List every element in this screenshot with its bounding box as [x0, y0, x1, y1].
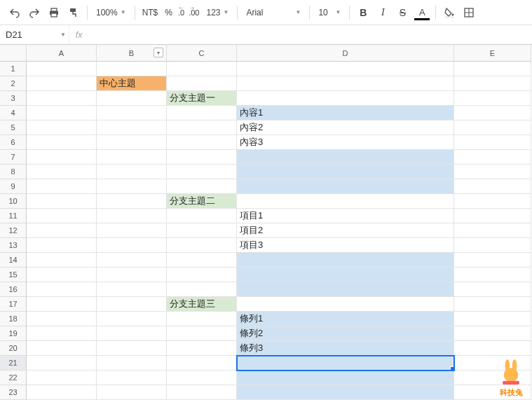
cell-D11[interactable]: 項目1	[237, 209, 454, 223]
cell-E17[interactable]	[454, 297, 531, 312]
increase-decimal-button[interactable]: .00→	[187, 4, 200, 22]
cell-E1[interactable]	[454, 62, 531, 76]
cell-D10[interactable]	[237, 194, 454, 209]
cell-C2[interactable]	[167, 76, 237, 91]
text-color-button[interactable]: A	[413, 4, 431, 22]
column-header-E[interactable]: E	[454, 45, 531, 62]
cell-B9[interactable]	[97, 179, 167, 194]
row-header[interactable]: 13	[0, 238, 27, 253]
cell-C11[interactable]	[167, 209, 237, 223]
cell-B7[interactable]	[97, 150, 167, 165]
cell-B5[interactable]	[97, 120, 167, 135]
row-header[interactable]: 5	[0, 120, 27, 135]
column-header-C[interactable]: C	[167, 45, 237, 62]
strikethrough-button[interactable]: S	[393, 4, 411, 22]
cell-D5[interactable]: 內容2	[237, 120, 454, 135]
cell-D18[interactable]: 條列1	[237, 312, 454, 326]
decrease-decimal-button[interactable]: .0←	[177, 4, 186, 22]
cell-E5[interactable]	[454, 120, 531, 135]
italic-button[interactable]: I	[374, 4, 392, 22]
row-header[interactable]: 6	[0, 135, 27, 150]
cell-C6[interactable]	[167, 135, 237, 150]
print-button[interactable]	[45, 4, 63, 22]
cell-D1[interactable]	[237, 62, 454, 76]
cell-C22[interactable]	[167, 370, 237, 385]
format-123-dropdown[interactable]: 123▼	[202, 4, 233, 22]
cell-A19[interactable]	[27, 326, 97, 341]
row-header[interactable]: 17	[0, 297, 27, 312]
row-header[interactable]: 18	[0, 312, 27, 326]
row-header[interactable]: 22	[0, 370, 27, 385]
cell-B1[interactable]	[97, 62, 167, 76]
cell-D4[interactable]: 內容1	[237, 106, 454, 120]
cell-D21[interactable]	[237, 356, 454, 370]
paint-format-button[interactable]	[64, 4, 83, 22]
cell-D17[interactable]	[237, 297, 454, 312]
cell-A17[interactable]	[27, 297, 97, 312]
borders-button[interactable]	[460, 4, 478, 22]
cell-D9[interactable]	[237, 179, 454, 194]
cell-C17[interactable]: 分支主題三	[167, 297, 237, 312]
cell-B14[interactable]	[97, 253, 167, 268]
row-header[interactable]: 20	[0, 341, 27, 356]
cell-C16[interactable]	[167, 282, 237, 297]
cell-E15[interactable]	[454, 268, 531, 282]
cell-A7[interactable]	[27, 150, 97, 165]
cell-B22[interactable]	[97, 370, 167, 385]
cell-A4[interactable]	[27, 106, 97, 120]
cell-D12[interactable]: 項目2	[237, 223, 454, 238]
cell-B15[interactable]	[97, 268, 167, 282]
redo-button[interactable]	[25, 4, 43, 22]
cell-D7[interactable]	[237, 150, 454, 165]
cell-B6[interactable]	[97, 135, 167, 150]
cell-C3[interactable]: 分支主題一	[167, 91, 237, 106]
row-header[interactable]: 2	[0, 76, 27, 91]
cell-E16[interactable]	[454, 282, 531, 297]
cell-C14[interactable]	[167, 253, 237, 268]
cell-B19[interactable]	[97, 326, 167, 341]
cell-D8[interactable]	[237, 165, 454, 179]
cell-D19[interactable]: 條列2	[237, 326, 454, 341]
cell-D2[interactable]	[237, 76, 454, 91]
cell-E14[interactable]	[454, 253, 531, 268]
column-header-A[interactable]: A	[27, 45, 97, 62]
row-header[interactable]: 21	[0, 356, 27, 370]
cell-D3[interactable]	[237, 91, 454, 106]
font-size-dropdown[interactable]: 10▼	[314, 4, 345, 22]
cell-B12[interactable]	[97, 223, 167, 238]
cell-C10[interactable]: 分支主題二	[167, 194, 237, 209]
cell-D13[interactable]: 項目3	[237, 238, 454, 253]
cell-A1[interactable]	[27, 62, 97, 76]
cell-A18[interactable]	[27, 312, 97, 326]
cell-A6[interactable]	[27, 135, 97, 150]
row-header[interactable]: 3	[0, 91, 27, 106]
row-header[interactable]: 12	[0, 223, 27, 238]
cell-E4[interactable]	[454, 106, 531, 120]
cell-C23[interactable]	[167, 385, 237, 400]
cell-C15[interactable]	[167, 268, 237, 282]
cell-E3[interactable]	[454, 91, 531, 106]
cell-A9[interactable]	[27, 179, 97, 194]
cell-D15[interactable]	[237, 268, 454, 282]
cell-D16[interactable]	[237, 282, 454, 297]
cell-A3[interactable]	[27, 91, 97, 106]
column-header-B[interactable]: B▾	[97, 45, 167, 62]
cell-E2[interactable]	[454, 76, 531, 91]
name-box-dropdown[interactable]: ▼	[57, 25, 69, 44]
cell-A23[interactable]	[27, 385, 97, 400]
row-header[interactable]: 19	[0, 326, 27, 341]
fill-color-button[interactable]	[440, 4, 458, 22]
cell-C18[interactable]	[167, 312, 237, 326]
row-header[interactable]: 14	[0, 253, 27, 268]
cell-C8[interactable]	[167, 165, 237, 179]
percent-button[interactable]: %	[162, 4, 175, 22]
cell-A12[interactable]	[27, 223, 97, 238]
cell-E19[interactable]	[454, 326, 531, 341]
row-header[interactable]: 9	[0, 179, 27, 194]
cell-B16[interactable]	[97, 282, 167, 297]
cell-E10[interactable]	[454, 194, 531, 209]
cell-A10[interactable]	[27, 194, 97, 209]
cell-E18[interactable]	[454, 312, 531, 326]
cell-B3[interactable]	[97, 91, 167, 106]
cell-A13[interactable]	[27, 238, 97, 253]
